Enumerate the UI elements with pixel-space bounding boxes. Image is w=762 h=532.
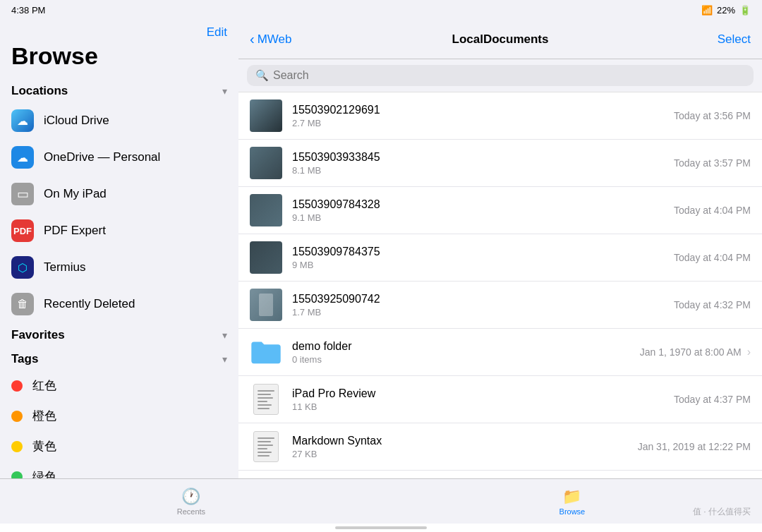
tag-label-orange: 橙色: [32, 408, 56, 424]
icloud-icon: ☁: [11, 109, 34, 132]
sidebar-header: Edit: [0, 20, 238, 40]
file-info: iPad Pro Review 11 KB: [292, 387, 668, 412]
file-name: demo folder: [292, 340, 634, 353]
file-name: 15503903933845: [292, 151, 668, 164]
ipad-device-icon: ▭: [11, 183, 34, 205]
sidebar-item-label-icloud: iCloud Drive: [44, 114, 109, 128]
edit-button[interactable]: Edit: [207, 25, 227, 40]
search-icon: 🔍: [255, 69, 269, 82]
file-size: 27 KB: [292, 449, 632, 459]
file-date: Jan 1, 1970 at 8:00 AM: [640, 346, 742, 358]
sidebar-item-icloud[interactable]: ☁ iCloud Drive: [0, 102, 238, 139]
select-button[interactable]: Select: [718, 32, 751, 47]
termius-icon: ⬡: [11, 256, 34, 279]
folder-chevron-icon: ›: [747, 346, 751, 358]
file-name: 15503925090742: [292, 293, 668, 306]
list-item[interactable]: 15503909784375 9 MB Today at 4:04 PM: [238, 234, 762, 282]
file-size: 11 KB: [292, 401, 668, 412]
favorites-title: Favorites: [11, 328, 65, 342]
sidebar-item-onedrive[interactable]: ☁ OneDrive — Personal: [0, 139, 238, 176]
sidebar-item-ipad[interactable]: ▭ On My iPad: [0, 176, 238, 212]
sidebar: Edit Browse Locations ▾ ☁ iCloud Drive ☁…: [0, 20, 238, 478]
file-date: Today at 4:04 PM: [674, 252, 751, 263]
list-item[interactable]: 15503903933845 8.1 MB Today at 3:57 PM: [238, 140, 762, 187]
file-list: 15503902129691 2.7 MB Today at 3:56 PM 1…: [238, 92, 762, 478]
sidebar-item-label-termius: Termius: [44, 260, 86, 274]
file-size: 9.1 MB: [292, 212, 668, 223]
file-name: 15503902129691: [292, 104, 668, 116]
pdf-icon: PDF: [11, 219, 34, 242]
nav-title: LocalDocuments: [452, 32, 549, 47]
doc-icon: [253, 431, 279, 462]
tags-section-header: Tags ▾: [0, 346, 238, 370]
sidebar-item-label-ipad: On My iPad: [44, 187, 107, 201]
tag-item-yellow[interactable]: 黄色: [0, 431, 238, 461]
locations-title: Locations: [11, 84, 68, 98]
tags-chevron-icon: ▾: [222, 353, 227, 365]
tag-item-orange[interactable]: 橙色: [0, 401, 238, 431]
sidebar-item-label-pdf: PDF Expert: [44, 224, 106, 238]
tab-bar: 🕐 Recents 📁 Browse: [0, 478, 762, 524]
tab-browse[interactable]: 📁 Browse: [560, 488, 586, 516]
file-date: Jan 31, 2019 at 12:22 PM: [638, 441, 751, 452]
locations-section-header: Locations ▾: [0, 78, 238, 102]
tab-recents[interactable]: 🕐 Recents: [177, 488, 205, 516]
status-bar: 4:38 PM 📶 22% 🔋: [0, 0, 762, 20]
file-size: 1.7 MB: [292, 307, 668, 318]
tag-item-red[interactable]: 红色: [0, 370, 238, 401]
sidebar-item-termius[interactable]: ⬡ Termius: [0, 249, 238, 286]
file-info: 15503925090742 1.7 MB: [292, 293, 668, 318]
locations-chevron-icon: ▾: [222, 85, 227, 97]
list-item[interactable]: Markdown Syntax 27 KB Jan 31, 2019 at 12…: [238, 423, 762, 471]
file-name: 15503909784375: [292, 246, 668, 258]
tag-dot-green: [11, 471, 23, 479]
browse-label: Browse: [560, 507, 586, 516]
tags-title: Tags: [11, 352, 38, 366]
file-thumb: [250, 336, 282, 368]
status-time: 4:38 PM: [11, 5, 45, 16]
file-date: Today at 3:57 PM: [674, 157, 751, 169]
home-indicator: [0, 524, 762, 532]
list-item[interactable]: demo folder 0 items Jan 1, 1970 at 8:00 …: [238, 329, 762, 376]
file-size: 8.1 MB: [292, 165, 668, 176]
tag-item-green[interactable]: 绿色: [0, 461, 238, 478]
file-name: iPad Pro Review: [292, 387, 668, 400]
file-size: 2.7 MB: [292, 118, 668, 128]
file-thumb: [250, 194, 282, 226]
favorites-section-header: Favorites ▾: [0, 322, 238, 346]
list-item[interactable]: 15503902129691 2.7 MB Today at 3:56 PM: [238, 92, 762, 140]
onedrive-icon: ☁: [11, 146, 34, 169]
tag-dot-orange: [11, 411, 23, 422]
right-panel: ‹ MWeb LocalDocuments Select 🔍: [238, 20, 762, 478]
sidebar-item-deleted[interactable]: 🗑 Recently Deleted: [0, 286, 238, 322]
tag-label-yellow: 黄色: [32, 438, 56, 454]
list-item[interactable]: iPad Pro Review 11 KB Today at 4:37 PM: [238, 376, 762, 423]
status-icons: 📶 22% 🔋: [701, 5, 751, 16]
folder-icon: [250, 339, 282, 365]
back-chevron-icon: ‹: [250, 31, 255, 47]
list-item[interactable]: media 1 item Jan 1, 1970 at 8:00 AM ›: [238, 471, 762, 478]
browse-title: Browse: [0, 40, 238, 78]
main-layout: Edit Browse Locations ▾ ☁ iCloud Drive ☁…: [0, 20, 762, 478]
list-item[interactable]: 15503909784328 9.1 MB Today at 4:04 PM: [238, 187, 762, 234]
back-button[interactable]: ‹ MWeb: [250, 31, 291, 47]
file-info: Markdown Syntax 27 KB: [292, 435, 632, 459]
back-label: MWeb: [258, 32, 292, 47]
sidebar-item-pdf[interactable]: PDF PDF Expert: [0, 212, 238, 249]
home-bar: [335, 526, 427, 529]
recents-label: Recents: [177, 507, 205, 516]
favorites-chevron-icon: ▾: [222, 330, 227, 341]
file-thumb: [250, 147, 282, 179]
tag-label-red: 红色: [32, 377, 56, 394]
file-thumb: [250, 383, 282, 416]
file-date: Today at 4:37 PM: [674, 394, 751, 405]
file-info: 15503909784328 9.1 MB: [292, 198, 668, 223]
list-item[interactable]: 15503925090742 1.7 MB Today at 4:32 PM: [238, 282, 762, 329]
file-info: 15503902129691 2.7 MB: [292, 104, 668, 128]
file-thumb: [250, 289, 282, 321]
battery-icon: 🔋: [739, 5, 751, 16]
wifi-icon: 📶: [701, 5, 713, 16]
search-input[interactable]: [273, 69, 745, 82]
deleted-icon: 🗑: [11, 293, 34, 315]
file-info: 15503903933845 8.1 MB: [292, 151, 668, 176]
